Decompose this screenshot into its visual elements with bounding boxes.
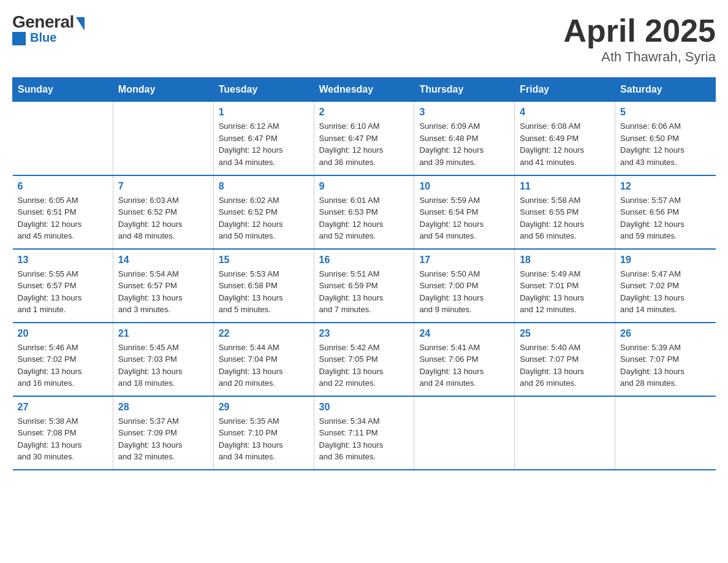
cell-w5-d6: [515, 396, 615, 470]
day-info: Sunrise: 5:44 AM Sunset: 7:04 PM Dayligh…: [219, 342, 309, 389]
day-number: 4: [520, 107, 610, 118]
day-number: 19: [620, 255, 710, 266]
day-number: 6: [18, 181, 108, 192]
cell-w2-d5: 10Sunrise: 5:59 AM Sunset: 6:54 PM Dayli…: [414, 175, 515, 249]
day-info: Sunrise: 5:51 AM Sunset: 6:59 PM Dayligh…: [319, 268, 409, 316]
day-number: 30: [319, 402, 409, 413]
day-info: Sunrise: 5:54 AM Sunset: 6:57 PM Dayligh…: [118, 268, 208, 316]
day-number: 3: [419, 107, 509, 118]
day-number: 8: [219, 181, 309, 192]
day-info: Sunrise: 5:41 AM Sunset: 7:06 PM Dayligh…: [419, 342, 509, 389]
cell-w3-d1: 13Sunrise: 5:55 AM Sunset: 6:57 PM Dayli…: [13, 249, 113, 323]
cell-w2-d7: 12Sunrise: 5:57 AM Sunset: 6:56 PM Dayli…: [615, 175, 716, 249]
logo-top: General: [12, 12, 85, 32]
day-info: Sunrise: 5:46 AM Sunset: 7:02 PM Dayligh…: [18, 342, 108, 389]
day-info: Sunrise: 5:35 AM Sunset: 7:10 PM Dayligh…: [219, 415, 309, 463]
day-number: 16: [319, 255, 409, 266]
day-number: 20: [18, 328, 108, 339]
day-number: 22: [219, 328, 309, 339]
calendar-table: Sunday Monday Tuesday Wednesday Thursday…: [12, 77, 716, 470]
day-number: 25: [520, 328, 610, 339]
day-info: Sunrise: 6:06 AM Sunset: 6:50 PM Dayligh…: [620, 120, 710, 168]
day-number: 5: [620, 107, 710, 118]
day-info: Sunrise: 5:47 AM Sunset: 7:02 PM Dayligh…: [620, 268, 710, 316]
cell-w3-d7: 19Sunrise: 5:47 AM Sunset: 7:02 PM Dayli…: [615, 249, 716, 323]
day-info: Sunrise: 6:08 AM Sunset: 6:49 PM Dayligh…: [520, 120, 610, 168]
cell-w2-d6: 11Sunrise: 5:58 AM Sunset: 6:55 PM Dayli…: [515, 175, 615, 249]
page-title: April 2025: [563, 12, 716, 49]
week-row-1: 1Sunrise: 6:12 AM Sunset: 6:47 PM Daylig…: [13, 102, 716, 175]
cell-w1-d2: [113, 102, 213, 175]
day-info: Sunrise: 5:59 AM Sunset: 6:54 PM Dayligh…: [419, 194, 509, 242]
day-number: 27: [18, 402, 108, 413]
day-info: Sunrise: 6:09 AM Sunset: 6:48 PM Dayligh…: [419, 120, 509, 168]
day-info: Sunrise: 5:55 AM Sunset: 6:57 PM Dayligh…: [18, 268, 108, 316]
col-tuesday: Tuesday: [213, 78, 314, 102]
page-subtitle: Ath Thawrah, Syria: [563, 49, 716, 65]
logo: General Blue: [12, 12, 85, 45]
cell-w5-d7: [615, 396, 716, 470]
day-number: 7: [118, 181, 208, 192]
page-header: General Blue April 2025 Ath Thawrah, Syr…: [12, 12, 716, 65]
cell-w5-d1: 27Sunrise: 5:38 AM Sunset: 7:08 PM Dayli…: [13, 396, 113, 470]
day-info: Sunrise: 6:03 AM Sunset: 6:52 PM Dayligh…: [118, 194, 208, 242]
cell-w1-d6: 4Sunrise: 6:08 AM Sunset: 6:49 PM Daylig…: [515, 102, 615, 175]
day-number: 21: [118, 328, 208, 339]
day-number: 15: [219, 255, 309, 266]
day-number: 26: [620, 328, 710, 339]
week-row-2: 6Sunrise: 6:05 AM Sunset: 6:51 PM Daylig…: [13, 175, 716, 249]
day-number: 23: [319, 328, 409, 339]
col-wednesday: Wednesday: [314, 78, 414, 102]
week-row-5: 27Sunrise: 5:38 AM Sunset: 7:08 PM Dayli…: [13, 396, 716, 470]
cell-w4-d6: 25Sunrise: 5:40 AM Sunset: 7:07 PM Dayli…: [515, 323, 615, 396]
day-info: Sunrise: 5:57 AM Sunset: 6:56 PM Dayligh…: [620, 194, 710, 242]
day-info: Sunrise: 6:01 AM Sunset: 6:53 PM Dayligh…: [319, 194, 409, 242]
cell-w1-d3: 1Sunrise: 6:12 AM Sunset: 6:47 PM Daylig…: [213, 102, 314, 175]
cell-w3-d4: 16Sunrise: 5:51 AM Sunset: 6:59 PM Dayli…: [314, 249, 414, 323]
cell-w3-d2: 14Sunrise: 5:54 AM Sunset: 6:57 PM Dayli…: [113, 249, 213, 323]
cell-w2-d2: 7Sunrise: 6:03 AM Sunset: 6:52 PM Daylig…: [113, 175, 213, 249]
cell-w1-d7: 5Sunrise: 6:06 AM Sunset: 6:50 PM Daylig…: [615, 102, 716, 175]
day-info: Sunrise: 5:37 AM Sunset: 7:09 PM Dayligh…: [118, 415, 208, 463]
cell-w4-d5: 24Sunrise: 5:41 AM Sunset: 7:06 PM Dayli…: [414, 323, 515, 396]
day-info: Sunrise: 5:34 AM Sunset: 7:11 PM Dayligh…: [319, 415, 409, 463]
col-thursday: Thursday: [414, 78, 515, 102]
day-info: Sunrise: 6:05 AM Sunset: 6:51 PM Dayligh…: [18, 194, 108, 242]
day-info: Sunrise: 6:12 AM Sunset: 6:47 PM Dayligh…: [219, 120, 309, 168]
day-number: 12: [620, 181, 710, 192]
day-number: 18: [520, 255, 610, 266]
day-number: 9: [319, 181, 409, 192]
cell-w4-d2: 21Sunrise: 5:45 AM Sunset: 7:03 PM Dayli…: [113, 323, 213, 396]
day-info: Sunrise: 5:38 AM Sunset: 7:08 PM Dayligh…: [18, 415, 108, 463]
day-number: 2: [319, 107, 409, 118]
logo-general-text: General: [12, 12, 74, 32]
day-number: 28: [118, 402, 208, 413]
cell-w4-d1: 20Sunrise: 5:46 AM Sunset: 7:02 PM Dayli…: [13, 323, 113, 396]
day-info: Sunrise: 6:02 AM Sunset: 6:52 PM Dayligh…: [219, 194, 309, 242]
day-number: 24: [419, 328, 509, 339]
cell-w3-d3: 15Sunrise: 5:53 AM Sunset: 6:58 PM Dayli…: [213, 249, 314, 323]
logo-blue-text: Blue: [30, 31, 56, 45]
col-friday: Friday: [515, 78, 615, 102]
day-number: 1: [219, 107, 309, 118]
col-monday: Monday: [113, 78, 213, 102]
logo-triangle-icon: [76, 17, 85, 31]
day-info: Sunrise: 5:40 AM Sunset: 7:07 PM Dayligh…: [520, 342, 610, 389]
logo-bottom-row: Blue: [12, 32, 56, 45]
cell-w1-d4: 2Sunrise: 6:10 AM Sunset: 6:47 PM Daylig…: [314, 102, 414, 175]
cell-w5-d5: [414, 396, 515, 470]
col-saturday: Saturday: [615, 78, 716, 102]
day-info: Sunrise: 5:39 AM Sunset: 7:07 PM Dayligh…: [620, 342, 710, 389]
cell-w4-d4: 23Sunrise: 5:42 AM Sunset: 7:05 PM Dayli…: [314, 323, 414, 396]
cell-w1-d5: 3Sunrise: 6:09 AM Sunset: 6:48 PM Daylig…: [414, 102, 515, 175]
title-block: April 2025 Ath Thawrah, Syria: [563, 12, 716, 65]
cell-w5-d2: 28Sunrise: 5:37 AM Sunset: 7:09 PM Dayli…: [113, 396, 213, 470]
logo-square-icon: [12, 32, 26, 45]
day-info: Sunrise: 5:49 AM Sunset: 7:01 PM Dayligh…: [520, 268, 610, 316]
day-number: 11: [520, 181, 610, 192]
day-number: 10: [419, 181, 509, 192]
day-number: 14: [118, 255, 208, 266]
day-number: 13: [18, 255, 108, 266]
calendar-header-row: Sunday Monday Tuesday Wednesday Thursday…: [13, 78, 716, 102]
cell-w3-d5: 17Sunrise: 5:50 AM Sunset: 7:00 PM Dayli…: [414, 249, 515, 323]
